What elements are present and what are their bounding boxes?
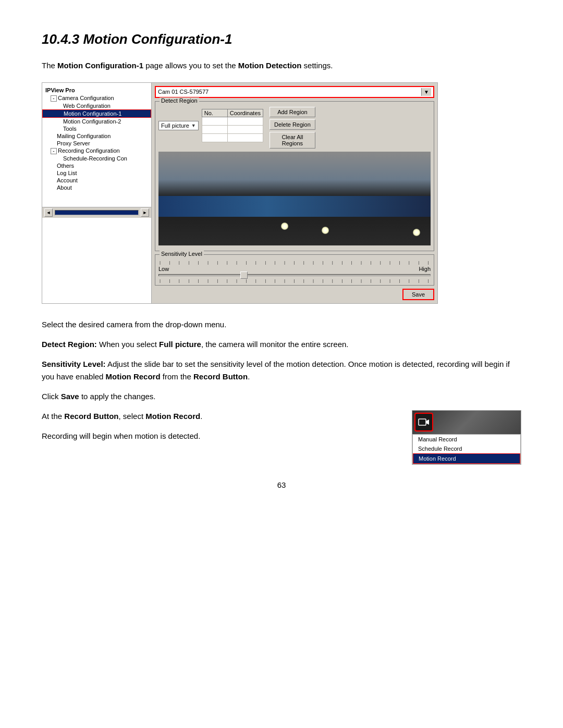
fullpicture-dropdown[interactable]: Full picture ▼ — [158, 121, 199, 130]
preview-blue-band — [158, 196, 431, 217]
page-heading: 10.4.3 Motion Configuration-1 — [42, 31, 521, 47]
para5-bold2: Motion Record — [145, 412, 200, 421]
app-screenshot: IPView Pro -Camera Configuration Web Con… — [42, 82, 438, 304]
delete-region-button[interactable]: Delete Region — [270, 119, 315, 130]
detect-top-row: Full picture ▼ No. Coordinates — [158, 109, 263, 142]
para4-bold: Save — [61, 392, 79, 401]
col-coord-header: Coordinates — [228, 109, 263, 117]
para6: Recording will begin when motion is dete… — [42, 430, 396, 442]
scroll-right-btn[interactable]: ► — [141, 208, 149, 217]
tree-item-about[interactable]: About — [42, 184, 151, 191]
coord-row-1 — [202, 117, 263, 126]
para3-bold: Sensitivity Level: — [42, 360, 106, 368]
tree-item-schedule-rec[interactable]: Schedule-Recording Con — [42, 155, 151, 162]
sens-low-label: Low — [158, 266, 169, 272]
intro-bold2: Motion Detection — [238, 61, 302, 70]
tree-item-recording-config[interactable]: -Recording Configuration — [42, 147, 151, 155]
coord-cell-no-2 — [202, 126, 228, 134]
tree-expander-recording[interactable]: - — [51, 148, 57, 154]
scroll-left-btn[interactable]: ◄ — [44, 208, 53, 217]
coord-rows — [202, 117, 263, 142]
save-row: Save — [155, 289, 434, 300]
tree-item-camera-config[interactable]: -Camera Configuration — [42, 94, 151, 102]
sens-high-label: High — [419, 266, 431, 272]
sensitivity-group: Sensitivity Level ||||||||||||||||||||||… — [155, 254, 434, 286]
tree-item-log-list[interactable]: Log List — [42, 169, 151, 177]
right-panel: Cam 01 CS-579577 ▼ Detect Region Full pi… — [152, 83, 437, 303]
svg-marker-1 — [426, 419, 429, 425]
coord-cell-coord-3 — [228, 134, 263, 142]
tree-expander-camera[interactable]: - — [51, 95, 57, 102]
left-panel: IPView Pro -Camera Configuration Web Con… — [42, 83, 152, 303]
coord-row-2 — [202, 126, 263, 134]
preview-light-2 — [322, 227, 329, 234]
fullpicture-label: Full picture — [161, 122, 189, 129]
dropdown-arrow-icon[interactable]: ▼ — [421, 88, 431, 96]
coordinates-area: No. Coordinates — [202, 109, 263, 142]
region-buttons: Add Region Delete Region Clear AllRegion… — [270, 107, 315, 149]
record-camera-icon — [414, 413, 433, 431]
sensitivity-slider-track[interactable] — [158, 274, 431, 276]
fullpicture-arrow-icon[interactable]: ▼ — [191, 123, 196, 128]
para4: Click Save to apply the changes. — [42, 390, 521, 403]
save-button[interactable]: Save — [402, 289, 434, 300]
record-dropdown-menu: Manual Record Schedule Record Motion Rec… — [412, 434, 521, 464]
record-menu-item-motion[interactable]: Motion Record — [413, 453, 520, 464]
intro-paragraph: The Motion Configuration-1 page allows y… — [42, 60, 521, 72]
svg-rect-0 — [419, 419, 426, 425]
col-no-header: No. — [202, 109, 228, 117]
para3: Sensitivity Level: Adjust the slide bar … — [42, 358, 521, 383]
sensitivity-label: Sensitivity Level — [160, 251, 204, 257]
record-section: At the Record Button, select Motion Reco… — [42, 410, 521, 465]
para5-bold1: Record Button — [64, 412, 118, 421]
coord-cell-no-1 — [202, 117, 228, 126]
coord-row-3 — [202, 134, 263, 142]
sensitivity-slider-thumb[interactable] — [240, 272, 248, 279]
para5: At the Record Button, select Motion Reco… — [42, 410, 396, 423]
intro-bold1: Motion Configuration-1 — [57, 61, 143, 70]
detect-region-label: Detect Region — [160, 97, 199, 104]
camera-dropdown-label: Cam 01 CS-579577 — [158, 89, 209, 95]
tree-item-others[interactable]: Others — [42, 162, 151, 169]
para1: Select the desired camera from the drop-… — [42, 318, 521, 331]
coord-cell-coord-1 — [228, 117, 263, 126]
tree-item-web-config[interactable]: Web Configuration — [42, 102, 151, 109]
tree-scrollbar[interactable]: ◄ ► — [42, 207, 151, 218]
tick-marks-top: ||||||||||||||||||||||||||||| — [158, 260, 431, 265]
detect-region-group: Detect Region Full picture ▼ No. Coordin… — [155, 101, 434, 251]
tick-marks-bottom: ||||||||||||||||||||||||||||| — [158, 278, 431, 283]
record-menu-image: Manual Record Schedule Record Motion Rec… — [412, 410, 521, 465]
para3-bold2: Motion Record — [106, 372, 161, 381]
para3-bold3: Record Button — [193, 372, 248, 381]
coord-header: No. Coordinates — [202, 109, 263, 117]
tree-item-proxy[interactable]: Proxy Server — [42, 140, 151, 147]
tree-item-mailing[interactable]: Mailing Configuration — [42, 132, 151, 140]
record-text-col: At the Record Button, select Motion Reco… — [42, 410, 396, 450]
tree-root-label: IPView Pro — [42, 86, 151, 94]
clear-all-regions-button[interactable]: Clear AllRegions — [270, 132, 315, 149]
scroll-track — [55, 210, 139, 215]
coord-cell-coord-2 — [228, 126, 263, 134]
para2-bold2: Full picture — [159, 340, 201, 349]
record-icon-bar — [412, 411, 521, 434]
tree-item-account[interactable]: Account — [42, 177, 151, 184]
preview-light-1 — [281, 223, 288, 230]
tree-item-motion-config-2[interactable]: Motion Configuration-2 — [42, 118, 151, 125]
tree-item-motion-config-1[interactable]: Motion Configuration-1 — [42, 109, 151, 118]
sensitivity-labels: Low High — [158, 266, 431, 272]
tree-item-tools[interactable]: Tools — [42, 125, 151, 132]
camera-selector-row: Cam 01 CS-579577 ▼ — [155, 86, 434, 98]
para2-bold: Detect Region: — [42, 340, 97, 349]
camera-dropdown[interactable]: Cam 01 CS-579577 ▼ — [155, 86, 434, 98]
record-menu-item-schedule[interactable]: Schedule Record — [413, 444, 520, 453]
record-menu-item-manual[interactable]: Manual Record — [413, 435, 520, 444]
para2: Detect Region: When you select Full pict… — [42, 338, 521, 351]
camera-preview — [158, 152, 431, 245]
sensitivity-inner: ||||||||||||||||||||||||||||| Low High |… — [158, 260, 431, 283]
page-number: 63 — [42, 480, 521, 489]
coord-cell-no-3 — [202, 134, 228, 142]
add-region-button[interactable]: Add Region — [270, 107, 315, 117]
preview-light-3 — [413, 229, 420, 236]
